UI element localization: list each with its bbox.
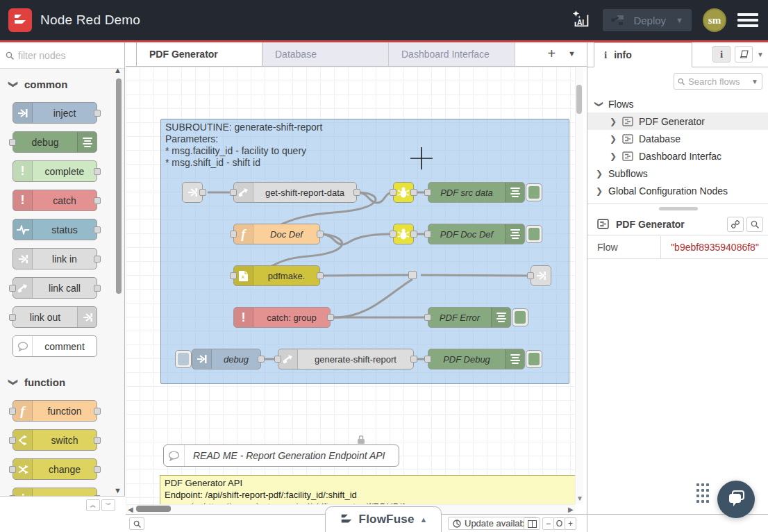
palette-search[interactable] bbox=[0, 42, 124, 69]
input-port[interactable] bbox=[230, 272, 237, 279]
node-pdf-doc-def[interactable]: PDF Doc Def bbox=[428, 224, 525, 244]
chat-widget-button[interactable] bbox=[717, 481, 755, 518]
output-port[interactable] bbox=[199, 189, 206, 196]
copy-link-button[interactable] bbox=[727, 217, 744, 232]
debug-toggle-button[interactable] bbox=[526, 183, 542, 201]
deploy-button[interactable]: Deploy ▼ bbox=[603, 9, 692, 31]
collapse-all-button[interactable]: ︽ bbox=[86, 499, 100, 511]
input-port[interactable] bbox=[9, 437, 16, 444]
tab-list-caret-icon[interactable]: ▼ bbox=[568, 49, 576, 58]
flowfuse-button[interactable]: FlowFuse ▲ bbox=[325, 506, 442, 532]
palette-node-function[interactable]: f function bbox=[12, 400, 97, 422]
node-catch-group[interactable]: ! catch: group bbox=[233, 307, 331, 328]
input-port[interactable] bbox=[9, 314, 16, 321]
sidebar-splitter[interactable] bbox=[587, 203, 768, 210]
info-tab-button[interactable]: i bbox=[712, 46, 731, 63]
drag-handle-dots[interactable] bbox=[696, 483, 711, 506]
add-tab-button[interactable]: + bbox=[547, 47, 556, 60]
output-port[interactable] bbox=[94, 110, 101, 117]
tree-item-subflows[interactable]: ❯ Subflows bbox=[587, 165, 768, 182]
palette-node-comment[interactable]: comment bbox=[12, 335, 97, 357]
input-port[interactable] bbox=[390, 231, 396, 238]
input-port[interactable] bbox=[424, 314, 431, 321]
node-readme-comment[interactable]: READ ME - Report Generation Endpoint API bbox=[163, 444, 399, 467]
input-port[interactable] bbox=[390, 189, 396, 196]
inject-button[interactable] bbox=[175, 350, 192, 368]
palette-scrollbar[interactable] bbox=[116, 78, 122, 294]
vertical-scrollbar[interactable] bbox=[575, 67, 583, 504]
input-port[interactable] bbox=[424, 356, 431, 363]
node-generate-shift-report[interactable]: generate-shift-report bbox=[278, 349, 414, 369]
palette-node-status[interactable]: status bbox=[12, 219, 97, 240]
output-port[interactable] bbox=[94, 285, 101, 292]
input-port[interactable] bbox=[9, 466, 16, 473]
navigator-button[interactable] bbox=[524, 517, 540, 530]
vertical-scrollbar-thumb[interactable] bbox=[576, 85, 582, 114]
zoom-reset-button[interactable]: O bbox=[553, 517, 565, 530]
palette-node-complete[interactable]: ! complete bbox=[12, 160, 97, 182]
output-port[interactable] bbox=[94, 197, 101, 204]
input-port[interactable] bbox=[9, 139, 16, 146]
scroll-down-icon[interactable]: ▼ bbox=[576, 494, 583, 502]
input-port[interactable] bbox=[230, 231, 237, 238]
search-flows-input[interactable] bbox=[688, 76, 748, 87]
palette-node-debug[interactable]: debug bbox=[12, 131, 97, 153]
palette-node-link-in[interactable]: link in bbox=[12, 248, 97, 269]
api-note-group[interactable]: PDF Generator API Endpoint: /api/shift-r… bbox=[160, 475, 575, 504]
output-port[interactable] bbox=[94, 256, 101, 263]
debug-toggle-button[interactable] bbox=[512, 308, 528, 326]
node-bug-2[interactable] bbox=[393, 224, 414, 244]
tab-database[interactable]: Database bbox=[262, 42, 389, 66]
output-port[interactable] bbox=[410, 189, 417, 196]
input-port[interactable] bbox=[230, 189, 237, 196]
debug-toggle-button[interactable] bbox=[526, 225, 542, 243]
search-caret-icon[interactable]: ▼ bbox=[751, 78, 758, 85]
output-port[interactable] bbox=[353, 189, 360, 196]
tab-dashboard-interface[interactable]: Dashboard Interface bbox=[389, 42, 515, 66]
tab-info[interactable]: i info bbox=[594, 42, 692, 67]
help-book-button[interactable] bbox=[735, 46, 753, 63]
output-port[interactable] bbox=[317, 272, 324, 279]
output-port[interactable] bbox=[94, 437, 101, 444]
output-port[interactable] bbox=[94, 466, 101, 473]
output-port[interactable] bbox=[94, 168, 101, 175]
palette-node-change[interactable]: change bbox=[12, 458, 97, 480]
tree-item-database[interactable]: ❯ Database bbox=[587, 130, 768, 147]
node-link-out[interactable] bbox=[531, 265, 551, 286]
node-bug-1[interactable] bbox=[393, 182, 414, 203]
search-button[interactable] bbox=[746, 217, 763, 232]
node-link-in[interactable] bbox=[182, 182, 203, 203]
tree-item-dashboard-interface[interactable]: ❯ Dashboard Interfac bbox=[587, 147, 768, 165]
output-port[interactable] bbox=[410, 356, 417, 363]
ai-assistant-button[interactable]: AI bbox=[571, 10, 592, 31]
search-flows-button[interactable] bbox=[129, 517, 144, 530]
input-port[interactable] bbox=[424, 189, 431, 196]
node-debug-inject[interactable]: debug bbox=[192, 349, 261, 369]
palette-node-range[interactable]: range bbox=[12, 488, 97, 496]
tab-pdf-generator[interactable]: PDF Generator bbox=[136, 41, 262, 66]
node-get-shift-report-data[interactable]: get-shift-report-data bbox=[233, 182, 357, 203]
scroll-right-icon[interactable]: ▶ bbox=[568, 506, 574, 513]
menu-icon[interactable] bbox=[737, 13, 758, 27]
palette-node-link-out[interactable]: link out bbox=[12, 306, 97, 328]
deploy-caret-icon[interactable]: ▼ bbox=[676, 16, 683, 24]
palette-node-switch[interactable]: switch bbox=[12, 429, 97, 451]
output-port[interactable] bbox=[410, 231, 417, 238]
input-port[interactable] bbox=[9, 408, 16, 415]
scroll-left-icon[interactable]: ◀ bbox=[128, 506, 133, 513]
flow-canvas[interactable]: SUBROUTINE: generate-shift-report Parame… bbox=[126, 67, 575, 504]
tree-item-global-config[interactable]: ❯ Global Configuration Nodes bbox=[587, 182, 768, 199]
node-pdf-src-data[interactable]: PDF src data bbox=[428, 182, 525, 203]
wire-junction[interactable] bbox=[408, 271, 417, 279]
expand-all-button[interactable]: ︾ bbox=[101, 499, 115, 511]
sidebar-caret-icon[interactable]: ▼ bbox=[757, 51, 764, 58]
node-pdf-error[interactable]: PDF Error bbox=[428, 307, 511, 328]
output-port[interactable] bbox=[317, 231, 324, 238]
avatar[interactable]: sm bbox=[703, 8, 726, 32]
palette-node-inject[interactable]: inject bbox=[12, 102, 97, 124]
tree-item-flows[interactable]: ❯ Flows bbox=[587, 95, 768, 113]
node-pdfmake[interactable]: A pdfmake. bbox=[233, 265, 320, 286]
scroll-up-icon[interactable]: ▲ bbox=[114, 69, 122, 74]
palette-node-link-call[interactable]: link call bbox=[12, 277, 97, 299]
search-flows-box[interactable]: ▼ bbox=[674, 73, 762, 90]
